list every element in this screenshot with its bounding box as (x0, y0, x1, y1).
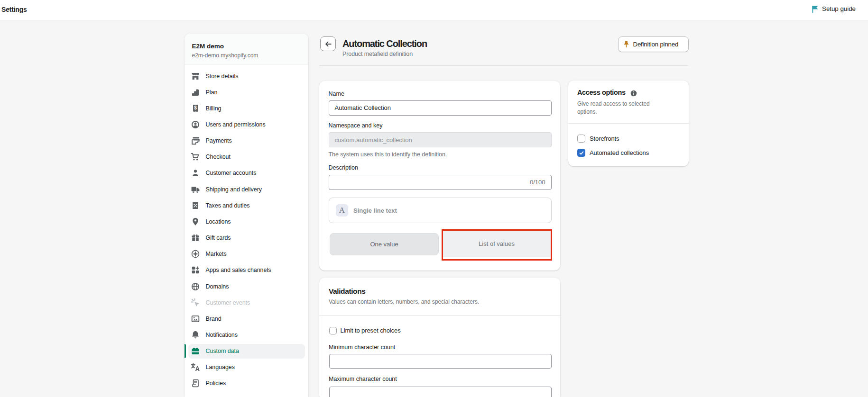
svg-text:$: $ (194, 105, 197, 110)
